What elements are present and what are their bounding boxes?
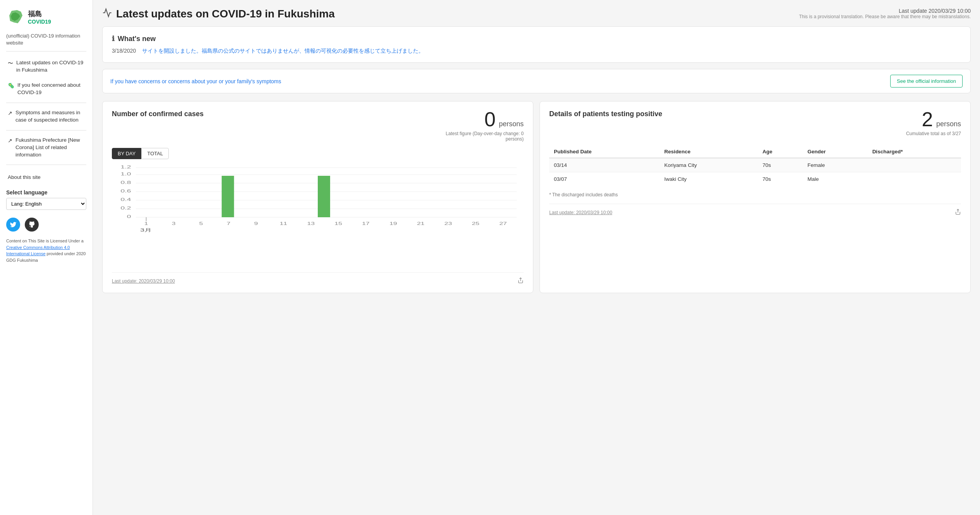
patients-positive-update[interactable]: Last update: 2020/03/29 10:00 (549, 210, 612, 215)
chart-tabs: BY DAY TOTAL (112, 148, 524, 159)
page-header: Latest updates on COVID-19 in Fukushima … (102, 8, 971, 20)
patients-positive-number: 2 (922, 108, 933, 130)
trend-icon: 〜 (8, 60, 13, 67)
nav-divider-1 (6, 103, 86, 103)
tab-total[interactable]: TOTAL (141, 148, 169, 159)
header-last-update: Last update 2020/03/29 10:00 (799, 8, 971, 14)
svg-text:27: 27 (499, 221, 507, 226)
confirmed-cases-share-icon[interactable] (517, 277, 524, 285)
news-link[interactable]: サイトを開設しました。福島県の公式のサイトではありませんが、情報の可視化の必要性… (142, 48, 424, 55)
patients-positive-stat: 2 persons Cumulative total as of 3/27 (906, 109, 961, 136)
cell-date-1: 03/14 (549, 158, 660, 172)
patients-positive-share-icon[interactable] (955, 209, 961, 216)
cell-residence-1: Koriyama City (660, 158, 758, 172)
confirmed-cases-unit: persons (499, 120, 524, 128)
cell-discharged-1 (868, 158, 961, 172)
svg-text:0.6: 0.6 (121, 189, 131, 193)
svg-text:17: 17 (362, 221, 370, 226)
sidebar-item-concerned[interactable]: 🦠 If you feel concerned about COVID-19 (6, 79, 86, 100)
svg-text:19: 19 (389, 221, 397, 226)
svg-text:7: 7 (227, 221, 231, 226)
svg-text:0.2: 0.2 (121, 206, 131, 210)
bar-chart: 1.2 1.0 0.8 0.6 0.4 0.2 0 1 (112, 164, 524, 249)
whats-new-card: ℹ What's new 3/18/2020 サイトを開設しました。福島県の公式… (102, 26, 971, 63)
svg-text:21: 21 (417, 221, 425, 226)
table-row: 03/07 Iwaki City 70s Male (549, 172, 961, 186)
chart-area: 1.2 1.0 0.8 0.6 0.4 0.2 0 1 (112, 164, 524, 266)
fukushima-map-icon (6, 8, 25, 26)
svg-rect-32 (222, 176, 234, 217)
sidebar-item-symptoms-label: Symptoms and measures in case of suspect… (15, 109, 85, 124)
about-site-link[interactable]: About this site (6, 171, 86, 183)
news-item: 3/18/2020 サイトを開設しました。福島県の公式のサイトではありませんが、… (112, 48, 961, 55)
logo-name: 福島 (28, 9, 51, 19)
alert-text: If you have concerns or concerns about y… (110, 78, 281, 84)
svg-text:11: 11 (279, 221, 287, 226)
main-content: Latest updates on COVID-19 in Fukushima … (93, 0, 980, 515)
sidebar: 福島 COVID19 (unofficial) COVID-19 informa… (0, 0, 93, 515)
svg-rect-33 (318, 176, 330, 217)
svg-text:1.2: 1.2 (121, 165, 131, 169)
svg-text:3月: 3月 (140, 228, 152, 232)
sidebar-item-concerned-label: If you feel concerned about COVID-19 (17, 82, 85, 96)
nav-divider-3 (6, 165, 86, 165)
language-select[interactable]: Lang: English Lang: Japanese (6, 198, 86, 210)
github-icon[interactable] (25, 218, 39, 232)
page-trend-icon (102, 8, 112, 20)
cell-age-2: 70s (758, 172, 803, 186)
cell-gender-1: Female (803, 158, 867, 172)
confirmed-cases-title: Number of confirmed cases (112, 109, 204, 119)
confirmed-cases-update[interactable]: Last update: 2020/03/29 10:00 (112, 278, 175, 284)
official-info-button[interactable]: See the official information (890, 75, 963, 88)
confirmed-cases-sub: Latest figure (Day-over-day change: 0 pe… (446, 131, 524, 142)
twitter-icon[interactable] (6, 218, 20, 232)
site-description: (unofficial) COVID-19 information websit… (6, 33, 86, 52)
license-text: Content on This Site is Licensed Under a… (6, 238, 86, 263)
svg-text:13: 13 (307, 221, 315, 226)
confirmed-cases-footer: Last update: 2020/03/29 10:00 (112, 272, 524, 285)
patients-positive-unit: persons (936, 120, 961, 128)
cell-gender-2: Male (803, 172, 867, 186)
svg-text:0.8: 0.8 (121, 180, 131, 185)
whats-new-title: ℹ What's new (112, 34, 961, 43)
language-section: Select language Lang: English Lang: Japa… (6, 189, 86, 210)
patients-positive-footer: Last update: 2020/03/29 10:00 (549, 204, 961, 216)
tab-by-day[interactable]: BY DAY (112, 148, 141, 159)
cell-age-1: 70s (758, 158, 803, 172)
page-title: Latest updates on COVID-19 in Fukushima (116, 8, 335, 20)
sidebar-item-list[interactable]: ↗ Fukushima Prefecture [New Corona] List… (6, 134, 86, 162)
svg-text:25: 25 (472, 221, 480, 226)
external-link-icon-2: ↗ (8, 137, 12, 145)
cell-discharged-2 (868, 172, 961, 186)
confirmed-cases-card: Number of confirmed cases 0 persons Late… (102, 101, 533, 293)
table-row: 03/14 Koriyama City 70s Female (549, 158, 961, 172)
patients-positive-card: Details of patients testing positive 2 p… (540, 101, 971, 293)
cards-row: Number of confirmed cases 0 persons Late… (102, 101, 971, 293)
language-label: Select language (6, 189, 86, 196)
svg-text:3: 3 (172, 221, 176, 226)
virus-icon: 🦠 (8, 82, 14, 90)
svg-text:1: 1 (144, 221, 148, 226)
logo-covid: COVID19 (28, 19, 51, 25)
col-residence: Residence (660, 146, 758, 158)
svg-text:5: 5 (199, 221, 203, 226)
sidebar-item-latest[interactable]: 〜 Latest updates on COVID-19 in Fukushim… (6, 56, 86, 77)
patients-positive-title: Details of patients testing positive (549, 109, 662, 119)
sidebar-nav: 〜 Latest updates on COVID-19 in Fukushim… (6, 56, 86, 167)
sidebar-item-latest-label: Latest updates on COVID-19 in Fukushima (16, 59, 85, 74)
info-icon: ℹ (112, 34, 115, 43)
sidebar-item-list-label: Fukushima Prefecture [New Corona] List o… (15, 137, 85, 159)
provisional-note: This is a provisional translation. Pleas… (799, 14, 971, 19)
col-discharged: Discharged* (868, 146, 961, 158)
news-date: 3/18/2020 (112, 48, 136, 55)
col-published-date: Published Date (549, 146, 660, 158)
cell-residence-2: Iwaki City (660, 172, 758, 186)
logo: 福島 COVID19 (6, 8, 86, 26)
svg-text:9: 9 (254, 221, 258, 226)
col-age: Age (758, 146, 803, 158)
sidebar-item-symptoms[interactable]: ↗ Symptoms and measures in case of suspe… (6, 106, 86, 127)
external-link-icon-1: ↗ (8, 110, 12, 117)
svg-text:0: 0 (127, 214, 131, 219)
social-icons (6, 218, 86, 232)
svg-text:23: 23 (444, 221, 452, 226)
